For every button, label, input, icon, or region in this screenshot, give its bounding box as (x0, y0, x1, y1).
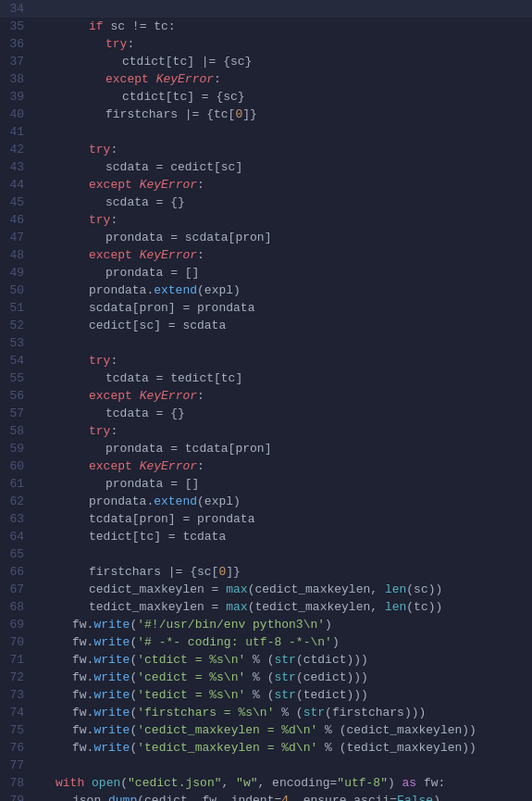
code-line-55: 55 tcdata = tedict[tc] (0, 369, 532, 387)
line-content-48: except KeyError: (39, 246, 528, 264)
line-content-79: json.dump(cedict, fw, indent=4, ensure_a… (39, 792, 528, 801)
line-number-64: 64 (4, 528, 39, 545)
line-content-71: fw.write('ctdict = %s\n' % (str(ctdict))… (39, 651, 528, 669)
line-number-50: 50 (4, 282, 39, 299)
code-line-73: 73 fw.write('tedict = %s\n' % (str(tedic… (0, 686, 532, 704)
code-line-69: 69 fw.write('#!/usr/bin/env python3\n') (0, 616, 532, 633)
line-content-51: scdata[pron] = prondata (39, 299, 528, 317)
line-number-73: 73 (4, 686, 39, 704)
line-number-51: 51 (4, 299, 39, 317)
line-content-40: firstchars |= {tc[0]} (39, 106, 528, 123)
line-content-72: fw.write('cedict = %s\n' % (str(cedict))… (39, 669, 528, 686)
line-number-69: 69 (4, 616, 39, 633)
code-line-37: 37 ctdict[tc] |= {sc} (0, 53, 532, 70)
line-number-53: 53 (4, 334, 39, 352)
line-number-38: 38 (4, 70, 39, 88)
code-line-48: 48 except KeyError: (0, 246, 532, 264)
code-line-40: 40 firstchars |= {tc[0]} (0, 106, 532, 123)
line-content-61: prondata = [] (39, 475, 528, 493)
code-line-79: 79 json.dump(cedict, fw, indent=4, ensur… (0, 792, 532, 801)
line-content-39: ctdict[tc] = {sc} (39, 88, 528, 106)
code-line-39: 39 ctdict[tc] = {sc} (0, 88, 532, 106)
line-content-67: cedict_maxkeylen = max(cedict_maxkeylen,… (39, 581, 528, 598)
line-number-76: 76 (4, 739, 39, 757)
code-line-72: 72 fw.write('cedict = %s\n' % (str(cedic… (0, 669, 532, 686)
code-line-75: 75 fw.write('cedict_maxkeylen = %d\n' % … (0, 721, 532, 739)
line-content-52: cedict[sc] = scdata (39, 317, 528, 334)
code-line-78: 78 with open("cedict.json", "w", encodin… (0, 774, 532, 792)
code-line-35: 35 if sc != tc: (0, 18, 532, 35)
line-content-70: fw.write('# -*- coding: utf-8 -*-\n') (39, 633, 528, 651)
line-number-78: 78 (4, 774, 39, 792)
line-number-68: 68 (4, 598, 39, 616)
line-number-57: 57 (4, 405, 39, 422)
code-line-56: 56 except KeyError: (0, 387, 532, 405)
code-line-43: 43 scdata = cedict[sc] (0, 158, 532, 176)
line-number-56: 56 (4, 387, 39, 405)
line-content-59: prondata = tcdata[pron] (39, 440, 528, 457)
line-content-66: firstchars |= {sc[0]} (39, 563, 528, 581)
code-line-58: 58 try: (0, 422, 532, 440)
line-number-60: 60 (4, 457, 39, 475)
line-number-44: 44 (4, 176, 39, 194)
line-number-37: 37 (4, 53, 39, 70)
line-number-55: 55 (4, 369, 39, 387)
line-content-50: prondata.extend(expl) (39, 282, 528, 299)
line-number-52: 52 (4, 317, 39, 334)
line-content-45: scdata = {} (39, 194, 528, 211)
code-line-62: 62 prondata.extend(expl) (0, 493, 532, 510)
line-number-43: 43 (4, 158, 39, 176)
code-line-53: 53 (0, 334, 532, 352)
line-number-75: 75 (4, 721, 39, 739)
line-number-59: 59 (4, 440, 39, 457)
code-line-38: 38 except KeyError: (0, 70, 532, 88)
code-line-60: 60 except KeyError: (0, 457, 532, 475)
line-content-74: fw.write('firstchars = %s\n' % (str(firs… (39, 704, 528, 721)
line-number-35: 35 (4, 18, 39, 35)
line-number-36: 36 (4, 35, 39, 53)
code-line-68: 68 tedict_maxkeylen = max(tedict_maxkeyl… (0, 598, 532, 616)
line-content-44: except KeyError: (39, 176, 528, 194)
code-line-76: 76 fw.write('tedict_maxkeylen = %d\n' % … (0, 739, 532, 757)
line-content-49: prondata = [] (39, 264, 528, 282)
code-line-52: 52 cedict[sc] = scdata (0, 317, 532, 334)
code-line-63: 63 tcdata[pron] = prondata (0, 510, 532, 528)
code-line-74: 74 fw.write('firstchars = %s\n' % (str(f… (0, 704, 532, 721)
code-line-47: 47 prondata = scdata[pron] (0, 229, 532, 246)
line-content-42: try: (39, 141, 528, 158)
line-content-43: scdata = cedict[sc] (39, 158, 528, 176)
code-line-34: 34 (0, 0, 532, 18)
line-number-49: 49 (4, 264, 39, 282)
line-number-66: 66 (4, 563, 39, 581)
line-content-37: ctdict[tc] |= {sc} (39, 53, 528, 70)
line-content-57: tcdata = {} (39, 405, 528, 422)
line-number-48: 48 (4, 246, 39, 264)
line-content-56: except KeyError: (39, 387, 528, 405)
line-content-58: try: (39, 422, 528, 440)
line-content-55: tcdata = tedict[tc] (39, 369, 528, 387)
line-number-41: 41 (4, 123, 39, 141)
line-number-70: 70 (4, 633, 39, 651)
line-content-35: if sc != tc: (39, 18, 528, 35)
line-number-71: 71 (4, 651, 39, 669)
code-line-61: 61 prondata = [] (0, 475, 532, 493)
line-number-63: 63 (4, 510, 39, 528)
line-number-72: 72 (4, 669, 39, 686)
line-number-79: 79 (4, 792, 39, 801)
code-line-59: 59 prondata = tcdata[pron] (0, 440, 532, 457)
code-line-41: 41 (0, 123, 532, 141)
code-line-67: 67 cedict_maxkeylen = max(cedict_maxkeyl… (0, 581, 532, 598)
line-content-54: try: (39, 352, 528, 369)
code-line-57: 57 tcdata = {} (0, 405, 532, 422)
code-line-45: 45 scdata = {} (0, 194, 532, 211)
line-content-63: tcdata[pron] = prondata (39, 510, 528, 528)
code-line-49: 49 prondata = [] (0, 264, 532, 282)
code-line-42: 42 try: (0, 141, 532, 158)
code-line-64: 64 tedict[tc] = tcdata (0, 528, 532, 545)
code-line-51: 51 scdata[pron] = prondata (0, 299, 532, 317)
line-number-34: 34 (4, 0, 39, 18)
code-line-36: 36 try: (0, 35, 532, 53)
line-content-60: except KeyError: (39, 457, 528, 475)
line-number-45: 45 (4, 194, 39, 211)
line-number-61: 61 (4, 475, 39, 493)
